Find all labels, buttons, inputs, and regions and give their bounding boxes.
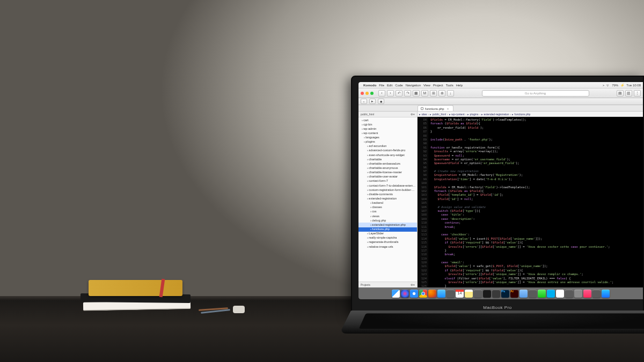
tree-item[interactable]: › languages <box>358 136 417 140</box>
menu-file[interactable]: File <box>379 84 384 87</box>
chrome-icon[interactable] <box>419 290 427 298</box>
tree-item[interactable]: › charitable-ambassadors <box>358 161 417 166</box>
tool-button[interactable]: ⊞ <box>430 90 437 97</box>
open-button[interactable]: ▸ <box>369 99 376 104</box>
tree-item[interactable]: › LayerSlider <box>358 232 417 236</box>
music-icon[interactable] <box>583 290 591 298</box>
tree-item[interactable]: › functions.php <box>358 227 417 232</box>
illustrator-icon[interactable]: Ai <box>510 290 518 298</box>
tree-item[interactable]: › charitable-user-avatar <box>358 175 417 179</box>
save-button[interactable]: ■ <box>378 99 384 104</box>
tree-item[interactable]: › classes <box>358 205 417 210</box>
tree-item[interactable]: › debug.php <box>358 218 417 223</box>
close-tab-icon[interactable]: × <box>447 107 449 110</box>
calendar-icon[interactable] <box>456 290 464 298</box>
mail-icon[interactable] <box>437 290 445 298</box>
tree-item[interactable]: › relative-image-urls <box>358 245 417 249</box>
tree-item[interactable]: › charitable-anonymous <box>358 166 417 171</box>
code-lines[interactable]: $fields = ER_Model::factory('Field')->lo… <box>428 117 643 287</box>
tree-item[interactable]: › regenerate-thumbnails <box>358 240 417 245</box>
nav-back-button[interactable]: ‹ <box>378 90 385 97</box>
tree-item[interactable]: › backend <box>358 201 417 205</box>
terminal-icon[interactable] <box>483 290 491 298</box>
breadcrumb-segment[interactable]: ▸ wp-content <box>449 113 465 116</box>
menu-view[interactable]: View <box>423 84 430 87</box>
menubar-status[interactable]: Tue 10:08 <box>626 84 641 87</box>
menu-edit[interactable]: Edit <box>387 84 392 87</box>
app-name[interactable]: Komodo <box>363 84 376 87</box>
maximize-icon[interactable] <box>370 92 374 95</box>
undo-button[interactable]: ↶ <box>396 90 402 97</box>
tree-item[interactable]: › extended-registration.php <box>358 223 417 227</box>
tree-item[interactable]: › wp-admin <box>358 127 417 131</box>
tree-item[interactable]: › cgi-bin <box>358 122 417 127</box>
menu-project[interactable]: Project <box>433 84 443 87</box>
tree-item[interactable]: › really-simple-captcha <box>358 236 417 240</box>
macos-dock[interactable]: PsAi <box>358 287 643 299</box>
tool-button[interactable]: ⊕ <box>438 90 445 97</box>
safari-icon[interactable] <box>410 290 418 298</box>
preferences-icon[interactable] <box>574 290 582 298</box>
finder-icon[interactable] <box>392 290 400 298</box>
tree-item[interactable]: › custom-registration-form-builder-with-… <box>358 188 417 192</box>
menubar-status[interactable]: ⚡ <box>620 83 624 87</box>
photoshop-icon[interactable]: Ps <box>501 290 509 298</box>
window-controls[interactable] <box>361 92 374 95</box>
sidebar-root-header[interactable]: public_html⚙ ▾ <box>358 112 417 117</box>
notes-icon[interactable] <box>465 290 473 298</box>
messages-icon[interactable] <box>538 290 546 298</box>
new-file-button[interactable]: ▫ <box>361 99 367 104</box>
tree-item[interactable]: › charitable <box>358 157 417 161</box>
breadcrumb-segment[interactable]: ▸ extended-registration <box>481 113 509 116</box>
skype-icon[interactable] <box>547 290 555 298</box>
tree-item[interactable]: › plugins <box>358 140 417 144</box>
menu-code[interactable]: Code <box>395 84 402 87</box>
close-icon[interactable] <box>361 92 364 95</box>
nav-fwd-button[interactable]: › <box>387 90 394 97</box>
tool-button[interactable]: ⋮ <box>634 90 641 97</box>
folder-icon[interactable] <box>519 290 528 298</box>
menubar-status[interactable]: ᯤ <box>606 84 610 87</box>
tool-button[interactable]: ▥ <box>625 90 632 97</box>
tool-button[interactable]: ▤ <box>617 90 624 97</box>
tree-item[interactable]: › contact-form-7 <box>358 179 417 183</box>
tool-button[interactable]: M <box>421 90 428 97</box>
menubar-status[interactable]: 79% <box>612 84 618 87</box>
tool-button[interactable]: ▦ <box>413 90 420 97</box>
tree-item[interactable]: › contact-form-7-to-database-extension <box>358 183 417 188</box>
siri-icon[interactable] <box>401 290 409 298</box>
tree-item[interactable]: › aven-shortcode-any-widget <box>358 153 417 157</box>
tree-item[interactable]: › wp-content <box>358 131 417 135</box>
breadcrumb-segment[interactable]: ▸ public_html <box>430 113 446 116</box>
breadcrumb-segment[interactable]: ▸ sites <box>419 113 427 116</box>
menubar-status[interactable]: ᚛ <box>603 83 604 87</box>
app3-icon[interactable] <box>565 290 573 298</box>
menu-help[interactable]: Help <box>456 84 463 87</box>
app2-icon[interactable] <box>529 290 537 298</box>
tree-item[interactable]: › acf-accordion <box>358 144 417 149</box>
app4-icon[interactable] <box>592 290 601 298</box>
tree-item[interactable]: › charitable-license-master <box>358 171 417 175</box>
breadcrumb-segment[interactable]: ▸ plugins <box>467 113 478 116</box>
tree-item[interactable]: › cart <box>358 118 417 122</box>
redo-button[interactable]: ↷ <box>404 90 411 97</box>
minimize-icon[interactable] <box>365 92 369 95</box>
app-icon[interactable] <box>474 290 482 298</box>
tree-item[interactable]: › disable-comments <box>358 192 417 196</box>
breadcrumb-segment[interactable]: ▸ functions.php <box>512 113 530 116</box>
komodo-icon[interactable] <box>492 290 500 298</box>
tree-item[interactable]: › extended-registration <box>358 197 417 201</box>
firefox-icon[interactable] <box>428 290 436 298</box>
tree-item[interactable]: › advanced-custom-fields-pro <box>358 149 417 153</box>
go-to-anything-search[interactable]: Go to Anything <box>482 90 589 97</box>
menu-navigation[interactable]: Navigation <box>406 84 421 87</box>
tab-functions-php[interactable]: functions.php × <box>418 105 453 111</box>
appstore2-icon[interactable] <box>602 290 610 298</box>
tree-item[interactable]: › css <box>358 210 417 214</box>
slack-icon[interactable] <box>556 290 564 298</box>
tree-item[interactable]: › views <box>358 214 417 218</box>
menu-tools[interactable]: Tools <box>446 84 453 87</box>
projects-panel-header[interactable]: Projects⚙ ▾ <box>358 282 417 287</box>
tool-button[interactable]: ↓ <box>447 90 454 97</box>
macos-menubar[interactable]: Komodo FileEditCodeNavigationViewProject… <box>358 82 643 88</box>
